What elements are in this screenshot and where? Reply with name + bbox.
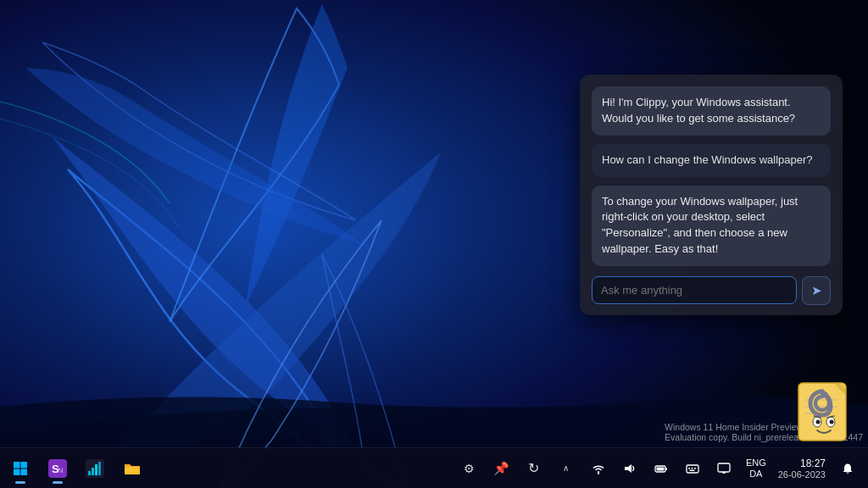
svg-rect-25 bbox=[125, 467, 140, 474]
svg-point-10 bbox=[830, 420, 834, 424]
system-tray bbox=[585, 453, 737, 484]
taskbar-right: ⚙ 📌 ↻ ∧ bbox=[456, 453, 868, 484]
gear-icon: ⚙ bbox=[464, 462, 475, 475]
svg-rect-32 bbox=[694, 468, 696, 469]
taskbar-app-explorer[interactable] bbox=[115, 452, 149, 485]
svg-rect-34 bbox=[718, 463, 730, 472]
volume-icon-button[interactable] bbox=[616, 453, 643, 484]
send-button[interactable]: ➤ bbox=[802, 276, 831, 305]
chat-message-1: Hi! I'm Clippy, your Windows assistant. … bbox=[592, 86, 831, 136]
chevron-up-icon: ∧ bbox=[563, 463, 569, 473]
svg-rect-13 bbox=[14, 462, 20, 469]
svg-rect-31 bbox=[691, 468, 693, 469]
svg-text:N: N bbox=[58, 466, 64, 474]
svg-rect-16 bbox=[21, 469, 28, 475]
svg-rect-15 bbox=[14, 469, 20, 475]
svg-rect-33 bbox=[689, 469, 694, 471]
svg-rect-21 bbox=[88, 471, 91, 475]
language-indicator[interactable]: ENG DA bbox=[743, 456, 770, 480]
send-icon: ➤ bbox=[811, 283, 822, 298]
notification-icon bbox=[842, 463, 854, 474]
show-hidden-icons-button[interactable]: ∧ bbox=[553, 453, 580, 484]
chat-message-3: To change your Windows wallpaper, just r… bbox=[592, 186, 831, 266]
svg-rect-23 bbox=[95, 464, 97, 475]
start-button[interactable] bbox=[3, 452, 37, 485]
svg-rect-27 bbox=[665, 468, 667, 470]
svg-rect-28 bbox=[656, 467, 664, 470]
clock[interactable]: 18:27 26-06-2023 bbox=[775, 456, 829, 481]
clock-time: 18:27 bbox=[800, 458, 826, 469]
display-icon bbox=[717, 462, 731, 475]
volume-icon bbox=[623, 462, 637, 475]
language-sub: DA bbox=[749, 469, 762, 479]
battery-icon-button[interactable] bbox=[648, 453, 675, 484]
taskbar-app-vs[interactable]: S N bbox=[41, 452, 75, 485]
svg-rect-24 bbox=[98, 462, 101, 475]
taskbar-settings-icon[interactable]: ⚙ bbox=[456, 453, 483, 484]
chat-input-row: ➤ bbox=[592, 276, 831, 305]
display-icon-button[interactable] bbox=[710, 453, 737, 484]
svg-rect-22 bbox=[92, 468, 94, 475]
pin-icon: 📌 bbox=[493, 461, 509, 476]
taskbar-left: S N bbox=[0, 452, 149, 485]
notification-button[interactable] bbox=[834, 453, 861, 484]
taskbar-app-taskmanager[interactable] bbox=[78, 452, 112, 485]
keyboard-icon-button[interactable] bbox=[679, 453, 706, 484]
wifi-icon bbox=[592, 462, 605, 475]
taskbar: S N ⚙ bbox=[0, 447, 868, 488]
taskbar-pin-icon[interactable]: 📌 bbox=[488, 453, 515, 484]
svg-point-9 bbox=[816, 420, 821, 424]
chat-window: Hi! I'm Clippy, your Windows assistant. … bbox=[580, 75, 843, 315]
refresh-icon: ↻ bbox=[528, 460, 539, 476]
clippy-mascot bbox=[792, 376, 860, 444]
chat-input[interactable] bbox=[592, 276, 797, 304]
keyboard-icon bbox=[686, 462, 699, 475]
language-code: ENG bbox=[746, 458, 766, 468]
battery-icon bbox=[654, 462, 668, 475]
svg-rect-14 bbox=[21, 462, 28, 469]
svg-rect-30 bbox=[688, 468, 690, 469]
network-icon-button[interactable] bbox=[585, 453, 612, 484]
taskbar-refresh-icon[interactable]: ↻ bbox=[520, 453, 548, 484]
chat-message-2: How can I change the Windows wallpaper? bbox=[592, 144, 831, 177]
svg-point-2 bbox=[42, 51, 466, 424]
clock-date: 26-06-2023 bbox=[778, 469, 826, 480]
